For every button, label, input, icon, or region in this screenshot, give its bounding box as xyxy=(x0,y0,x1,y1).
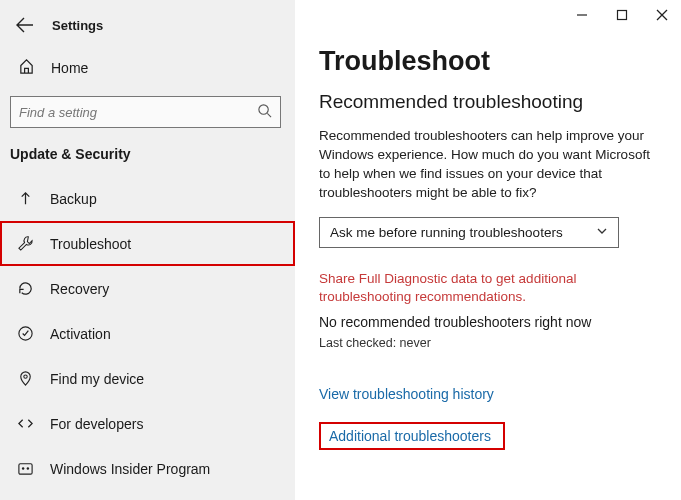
no-recommended-text: No recommended troubleshooters right now xyxy=(319,314,661,330)
svg-rect-4 xyxy=(18,464,31,474)
troubleshoot-preference-dropdown[interactable]: Ask me before running troubleshooters xyxy=(319,217,619,248)
sidebar-item-label: Activation xyxy=(50,326,111,342)
search-box[interactable] xyxy=(10,96,281,128)
app-title: Settings xyxy=(52,18,103,33)
back-arrow-icon[interactable] xyxy=(16,16,34,34)
svg-rect-8 xyxy=(618,11,627,20)
sidebar-item-home[interactable]: Home xyxy=(0,48,295,88)
settings-sidebar: Settings Home Update & Security Backup xyxy=(0,0,295,500)
search-input[interactable] xyxy=(19,105,257,120)
diagnostic-warning: Share Full Diagnostic data to get additi… xyxy=(319,270,661,306)
window-maximize-button[interactable] xyxy=(613,6,631,24)
window-minimize-button[interactable] xyxy=(573,6,591,24)
search-icon xyxy=(257,103,272,121)
sidebar-item-for-developers[interactable]: For developers xyxy=(0,401,295,446)
sidebar-item-label: Recovery xyxy=(50,281,109,297)
svg-point-6 xyxy=(26,467,28,469)
view-history-link[interactable]: View troubleshooting history xyxy=(319,386,494,402)
page-title: Troubleshoot xyxy=(319,46,661,77)
sidebar-item-recovery[interactable]: Recovery xyxy=(0,266,295,311)
section-subtitle: Recommended troubleshooting xyxy=(319,91,661,113)
svg-point-5 xyxy=(21,467,23,469)
svg-point-3 xyxy=(23,375,26,378)
window-close-button[interactable] xyxy=(653,6,671,24)
sidebar-item-backup[interactable]: Backup xyxy=(0,176,295,221)
sidebar-item-troubleshoot[interactable]: Troubleshoot xyxy=(0,221,295,266)
dropdown-value: Ask me before running troubleshooters xyxy=(330,225,563,240)
last-checked-text: Last checked: never xyxy=(319,336,661,350)
svg-line-1 xyxy=(267,113,271,117)
additional-troubleshooters-link[interactable]: Additional troubleshooters xyxy=(329,428,491,444)
sidebar-section-header: Update & Security xyxy=(0,146,295,176)
wrench-icon xyxy=(16,235,34,252)
chevron-down-icon xyxy=(596,225,608,240)
sidebar-item-activation[interactable]: Activation xyxy=(0,311,295,356)
sidebar-item-windows-insider[interactable]: Windows Insider Program xyxy=(0,446,295,491)
sidebar-item-label: Find my device xyxy=(50,371,144,387)
recovery-icon xyxy=(16,280,34,297)
backup-icon xyxy=(16,190,34,207)
activation-icon xyxy=(16,325,34,342)
insider-icon xyxy=(16,460,34,477)
additional-troubleshooters-highlight: Additional troubleshooters xyxy=(319,422,505,450)
developers-icon xyxy=(16,415,34,432)
sidebar-item-label: Windows Insider Program xyxy=(50,461,210,477)
svg-point-0 xyxy=(259,105,268,114)
home-label: Home xyxy=(51,60,88,76)
location-icon xyxy=(16,370,34,387)
section-description: Recommended troubleshooters can help imp… xyxy=(319,127,661,203)
home-icon xyxy=(18,58,35,78)
sidebar-item-label: For developers xyxy=(50,416,143,432)
sidebar-item-label: Troubleshoot xyxy=(50,236,131,252)
sidebar-item-label: Backup xyxy=(50,191,97,207)
sidebar-item-find-my-device[interactable]: Find my device xyxy=(0,356,295,401)
main-content: Troubleshoot Recommended troubleshooting… xyxy=(295,0,681,500)
